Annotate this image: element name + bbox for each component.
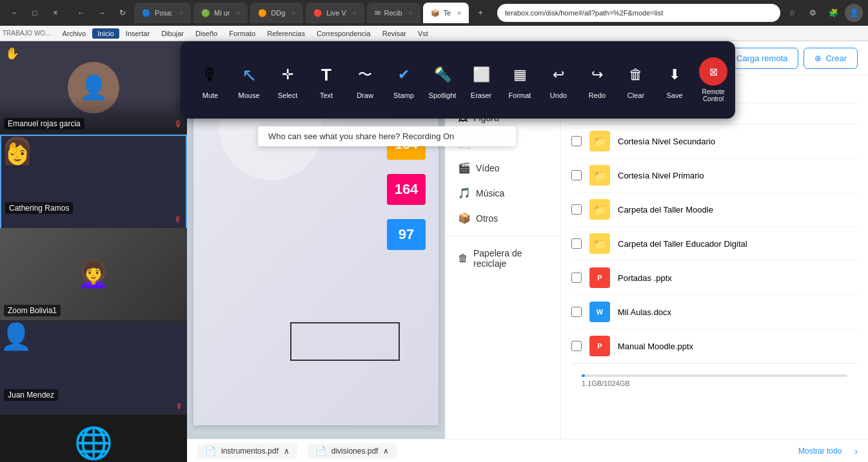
mute-icon: 🎙 [196, 61, 224, 89]
toolbar-item-draw[interactable]: 〜 Draw [346, 61, 384, 99]
address-bar[interactable]: terabox.com/disk/home#/all?path=%2F&mode… [497, 4, 780, 22]
browser-tab-active[interactable]: 📦 Te × [423, 3, 469, 23]
bottom-file-item-1[interactable]: 📄 instrumentos.pdf ∧ [197, 443, 297, 459]
ribbon-tab-correspondencia[interactable]: Correspondencia [311, 28, 376, 39]
forward-button[interactable]: → [93, 4, 111, 22]
file-name-5: Portadas .pptx [618, 273, 858, 283]
tab-close-icon[interactable]: × [409, 10, 413, 17]
tab-close-icon[interactable]: × [457, 10, 461, 17]
participant-tile-4: 👤 Juan Mendez 🎙 [0, 322, 187, 415]
spotlight-icon: 🔦 [428, 61, 457, 89]
browser-tab-pos[interactable]: 🔵 Posa: × [134, 3, 191, 23]
ribbon-tab-archivo[interactable]: Archivo [57, 28, 91, 39]
pptx-icon-2: P [589, 336, 610, 356]
toolbar-item-undo[interactable]: ↩ Undo [539, 61, 578, 99]
file-name-6: Mil Aulas.docx [618, 307, 858, 317]
file-checkbox-6[interactable] [571, 307, 582, 317]
toolbar-item-spotlight[interactable]: 🔦 Spotlight [423, 61, 462, 99]
file-checkbox-5[interactable] [571, 273, 582, 283]
toolbar-item-mute[interactable]: 🎙 Mute [191, 61, 230, 99]
participant-tile-1: 👤 ✋ Emanuel rojas garcia 🎙 [0, 41, 187, 135]
toolbar-item-format[interactable]: ▦ Format [500, 61, 539, 99]
browser-tab-miur[interactable]: 🟢 Mi ur × [193, 3, 248, 23]
word-ribbon-tabs: TRABAJO WO... Archivo Inicio Insertar Di… [0, 26, 868, 41]
create-button[interactable]: ⊕ Crear [804, 48, 858, 69]
mouse-icon: ↖ [235, 61, 263, 89]
mic-status-2: 🎙 [174, 215, 182, 224]
file-row-6[interactable]: W Mil Aulas.docx [571, 295, 858, 329]
sidebar-item-video[interactable]: 🎬 Vídeo [445, 155, 560, 180]
participant-tile-3: 👩‍🦱 Zoom Bolivia1 [0, 228, 187, 322]
file-row-2[interactable]: 📁 Cortesía Nivel Primario [571, 159, 858, 193]
tab-close-icon[interactable]: × [179, 10, 183, 17]
tab-close-icon[interactable]: × [236, 10, 240, 17]
ribbon-tab-vista[interactable]: Vst [413, 28, 433, 39]
file-name-3: Carpeta del Taller Moodle [618, 205, 858, 215]
select-label: Select [278, 91, 298, 99]
bottom-file-item-2[interactable]: 📄 divisiones.pdf ∧ [308, 443, 397, 459]
tab-label: Recib [384, 9, 402, 17]
toolbar-item-more[interactable]: ••• More [733, 61, 771, 99]
tab-label: Live V [326, 9, 346, 17]
refresh-button[interactable]: ↻ [113, 4, 132, 22]
toolbar-item-mouse[interactable]: ↖ Mouse [230, 61, 268, 99]
file-row-7[interactable]: P Manual Moodle.pptx [571, 329, 858, 363]
file-checkbox-1[interactable] [571, 136, 582, 146]
ribbon-tab-insertar[interactable]: Insertar [121, 28, 155, 39]
bookmark-button[interactable]: ☆ [783, 4, 801, 22]
toolbar-item-stamp[interactable]: ✔ Stamp [384, 61, 423, 99]
sidebar-item-musica[interactable]: 🎵 Música [445, 180, 560, 206]
mute-label: Mute [202, 91, 218, 99]
browser-tab-live[interactable]: 🔴 Live V × [306, 3, 364, 23]
show-all-button[interactable]: Mostrar todo [798, 447, 842, 456]
settings-button[interactable]: ⚙ [804, 4, 822, 22]
ribbon-tab-referencias[interactable]: Referencias [262, 28, 310, 39]
number-tile-164: 164 [387, 174, 426, 205]
ribbon-tab-revisar[interactable]: Revisar [377, 28, 411, 39]
tab-close-icon[interactable]: × [353, 10, 357, 17]
folder-icon-3: 📁 [589, 199, 610, 220]
browser-tab-ddg[interactable]: 🟠 DDg × [250, 3, 303, 23]
browser-tab-gmail[interactable]: ✉ Recib × [367, 3, 420, 23]
file-checkbox-7[interactable] [571, 341, 582, 351]
tab-icon: 📦 [431, 9, 440, 17]
participant-name-1: Emanuel rojas garcia [4, 118, 84, 130]
toolbar-item-select[interactable]: ✛ Select [268, 61, 307, 99]
file-checkbox-3[interactable] [571, 204, 582, 215]
file-row-4[interactable]: 📁 Carpeta del Taller Educador Digital [571, 227, 858, 261]
empty-text-box [290, 322, 400, 361]
file-row-3[interactable]: 📁 Carpeta del Taller Moodle [571, 193, 858, 227]
participants-sidebar: 👤 ✋ Emanuel rojas garcia 🎙 👩 ✋ Cathering… [0, 41, 187, 462]
toolbar-item-eraser[interactable]: ⬜ Eraser [462, 61, 500, 99]
sidebar-item-otros[interactable]: 📦 Otros [445, 206, 560, 231]
toolbar-item-remote[interactable]: ⊠ Remote Control [694, 57, 733, 102]
toolbar-item-clear[interactable]: 🗑 Clear [616, 61, 655, 99]
text-icon: T [312, 61, 340, 89]
ribbon-tab-diseno[interactable]: Diseño [190, 28, 222, 39]
minimize-button[interactable]: − [5, 4, 23, 22]
bottom-bar-arrow[interactable]: › [854, 446, 858, 456]
toolbar-item-save[interactable]: ⬇ Save [655, 61, 694, 99]
ribbon-tab-inicio[interactable]: Inicio [92, 28, 119, 39]
file-row-5[interactable]: P Portadas .pptx [571, 261, 858, 295]
tab-close-icon[interactable]: × [291, 10, 295, 17]
toolbar-item-redo[interactable]: ↪ Redo [578, 61, 616, 99]
close-button[interactable]: × [46, 4, 64, 22]
file-row-1[interactable]: 📁 Cortesía Nivel Secundario [571, 124, 858, 159]
file-checkbox-4[interactable] [571, 238, 582, 249]
sidebar-item-recycle[interactable]: 🗑 Papelera de reciclaje [445, 242, 560, 275]
ribbon-tab-dibujar[interactable]: Dibujar [156, 28, 189, 39]
profile-button[interactable]: 👤 [845, 4, 863, 22]
pptx-icon-1: P [589, 267, 610, 288]
extensions-button[interactable]: 🧩 [824, 4, 842, 22]
file-checkbox-2[interactable] [571, 170, 582, 180]
clear-icon: 🗑 [622, 61, 650, 89]
raise-hand-icon-1: ✋ [5, 46, 19, 61]
otros-icon: 📦 [458, 212, 471, 224]
ribbon-tab-formato[interactable]: Formato [224, 28, 261, 39]
back-button[interactable]: ← [72, 4, 90, 22]
new-tab-button[interactable]: + [471, 4, 489, 22]
toolbar-item-text[interactable]: T Text [307, 61, 346, 99]
format-icon: ▦ [506, 61, 534, 89]
maximize-button[interactable]: □ [26, 4, 44, 22]
